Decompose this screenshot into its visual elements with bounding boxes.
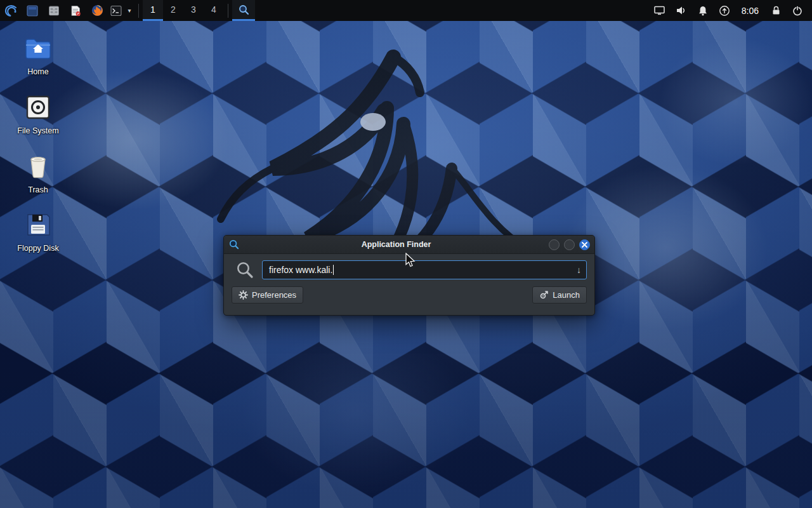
show-desktop-button[interactable] (22, 0, 43, 21)
workspace-1[interactable]: 1 (143, 0, 163, 21)
desktop-icon-label: Floppy Disk (17, 244, 58, 253)
display-settings-tray[interactable] (650, 0, 669, 21)
preferences-label: Preferences (252, 290, 296, 300)
preferences-button[interactable]: Preferences (232, 286, 303, 304)
firefox-launcher[interactable] (86, 0, 108, 21)
maximize-button[interactable] (564, 239, 575, 250)
desktop-icon-list: Home File System Trash (9, 33, 67, 253)
lock-screen-button[interactable] (766, 0, 785, 21)
terminal-launcher[interactable] (108, 0, 124, 21)
taskbar-application-finder[interactable] (232, 0, 255, 21)
desktop-root: ▾ 1 2 3 4 (0, 0, 812, 508)
terminal-dropdown-caret[interactable]: ▾ (124, 0, 134, 21)
desktop-window-icon (26, 4, 39, 17)
volume-tray[interactable] (672, 0, 691, 21)
search-icon (235, 260, 254, 279)
gear-icon (239, 290, 248, 300)
file-manager-launcher[interactable] (43, 0, 65, 21)
dialog-body: firefox www.kali. ↓ Prefer (224, 254, 594, 310)
logout-button[interactable] (788, 0, 807, 21)
window-title: Application Finder (244, 240, 549, 249)
workspace-3[interactable]: 3 (183, 0, 204, 21)
top-panel: ▾ 1 2 3 4 (0, 0, 812, 21)
desktop-icon-home[interactable]: Home (9, 33, 67, 77)
speaker-icon (675, 4, 687, 17)
trash-bin-icon (23, 151, 53, 182)
desktop-icon-floppy-disk[interactable]: Floppy Disk (9, 210, 67, 253)
lock-icon (771, 5, 782, 16)
close-icon (582, 242, 587, 248)
update-circle-icon (719, 5, 730, 17)
notifications-tray[interactable] (693, 0, 712, 21)
launch-icon (539, 290, 549, 300)
minimize-button[interactable] (549, 239, 560, 250)
desktop-icon-label: Trash (28, 186, 48, 195)
application-finder-icon (238, 4, 250, 16)
floppy-disk-icon (23, 210, 53, 240)
launch-label: Launch (553, 290, 580, 300)
home-folder-icon (23, 33, 53, 64)
clock[interactable]: 8:06 (737, 6, 764, 16)
terminal-icon (110, 4, 122, 17)
workspace-2[interactable]: 2 (163, 0, 183, 21)
updates-tray[interactable] (715, 0, 734, 21)
text-caret (333, 265, 334, 275)
text-editor-launcher[interactable] (65, 0, 86, 21)
desktop-icon-file-system[interactable]: File System (9, 92, 67, 136)
search-input[interactable]: firefox www.kali. ↓ (262, 260, 587, 279)
firefox-icon (91, 4, 104, 17)
kali-logo-icon (3, 3, 18, 18)
kali-menu-button[interactable] (0, 0, 22, 21)
application-finder-window: Application Finder firefox www.kali. (223, 235, 595, 316)
power-icon (792, 5, 803, 17)
display-icon (653, 4, 665, 17)
text-editor-icon (69, 4, 82, 17)
desktop-icon-label: Home (27, 68, 48, 77)
search-input-value: firefox www.kali. (269, 265, 332, 275)
launch-button[interactable]: Launch (532, 286, 587, 304)
window-app-icon (228, 239, 240, 250)
file-manager-icon (48, 4, 60, 17)
history-dropdown-icon[interactable]: ↓ (577, 265, 581, 275)
desktop-icon-label: File System (17, 127, 58, 136)
panel-separator (138, 4, 139, 18)
window-controls (549, 239, 590, 250)
window-titlebar[interactable]: Application Finder (224, 236, 594, 254)
close-button[interactable] (579, 239, 590, 250)
system-tray: 8:06 (650, 0, 812, 21)
panel-separator (228, 4, 228, 18)
desktop-icon-trash[interactable]: Trash (9, 151, 67, 195)
bell-icon (697, 5, 709, 17)
workspace-4[interactable]: 4 (204, 0, 224, 21)
file-system-drive-icon (23, 92, 53, 123)
